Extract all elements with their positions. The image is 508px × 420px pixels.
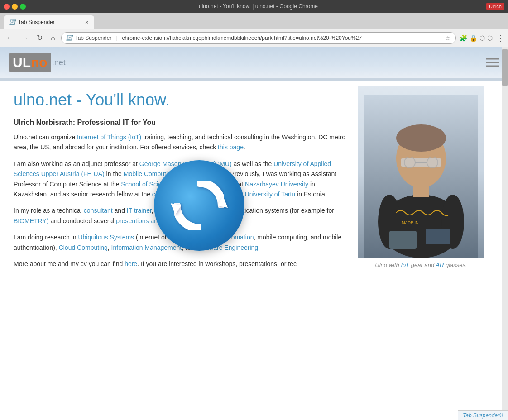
logo-dotnet: .net — [52, 58, 66, 67]
tab-suspender-favicon: 🔄 — [9, 19, 15, 25]
p4-mid4: , — [108, 244, 111, 251]
address-icons: ☆ — [445, 34, 451, 42]
site-menu-button[interactable] — [486, 58, 499, 67]
caption-text-before: Ulno with — [375, 262, 401, 268]
extension-icon-3[interactable]: ⬡ — [479, 34, 485, 42]
it-trainer-link[interactable]: IT trainer — [127, 207, 152, 214]
browser-addressbar: ← → ↻ ⌂ 🔄 Tab Suspender | chrome-extensi… — [0, 29, 508, 47]
address-bar[interactable]: 🔄 Tab Suspender | chrome-extension://fia… — [61, 32, 456, 44]
caption-text-after: glasses. — [444, 262, 467, 268]
p3-before: In my role as a technical — [14, 207, 84, 214]
p3-mid3: and conducted several — [49, 217, 116, 224]
consultant-link[interactable]: consultant — [84, 207, 113, 214]
caption-ar: AR — [436, 262, 444, 268]
reload-arrows-icon — [170, 176, 229, 235]
p5-mid: . If you are interested in workshops, pr… — [137, 260, 297, 267]
scrollbar-thumb[interactable] — [502, 49, 508, 86]
p3-mid1: and — [113, 207, 127, 214]
separator: | — [116, 35, 117, 41]
iot-link[interactable]: Internet of Things (IoT) — [77, 134, 141, 141]
active-tab[interactable]: 🔄 Tab Suspender × — [4, 15, 94, 29]
p1-text-before: Ulno.net can organize — [14, 134, 77, 141]
window-controls — [4, 4, 26, 10]
nazarbayev-link[interactable]: Nazarbayev University — [245, 181, 308, 188]
logo-block: UL no — [9, 53, 51, 72]
window-title: ulno.net - You'll know. | ulno.net - Goo… — [33, 3, 484, 10]
tab-label: Tab Suspender — [18, 19, 55, 25]
svg-rect-11 — [389, 231, 417, 249]
tab-suspender-overlay[interactable] — [154, 160, 244, 251]
back-button[interactable]: ← — [4, 33, 15, 43]
cv-here-link[interactable]: here — [125, 260, 137, 267]
bookmark-icon[interactable]: ☆ — [445, 34, 451, 42]
logo-ul-text: UL — [13, 55, 31, 70]
hamburger-line-1 — [486, 58, 499, 60]
caption-iot: IoT — [401, 262, 409, 268]
tab-close-button[interactable]: × — [85, 19, 89, 26]
maximize-window-button[interactable] — [20, 4, 26, 10]
browser-titlebar: ulno.net - You'll know. | ulno.net - Goo… — [0, 0, 508, 13]
browser-menu-button[interactable]: ⋮ — [496, 33, 504, 43]
spinner-circle[interactable] — [154, 160, 244, 251]
svg-rect-8 — [413, 183, 429, 197]
reload-button[interactable]: ↻ — [34, 33, 45, 43]
site-header: UL no .net — [0, 47, 508, 78]
biometry-link[interactable]: BIOMETRY) — [14, 217, 49, 224]
url-text: chrome-extension://fiabciakmcgepblmdkmem… — [122, 35, 442, 41]
ubiquitous-link[interactable]: Ubiquitous Systems — [78, 234, 134, 241]
this-page-link[interactable]: this page — [218, 143, 244, 151]
logo-accent: no — [31, 55, 48, 70]
svg-rect-12 — [426, 229, 450, 244]
extension-icon-4[interactable]: ⬡ — [487, 34, 493, 42]
extension-icon-2[interactable]: 🔒 — [470, 34, 477, 42]
scroll-indicator — [0, 78, 508, 81]
hamburger-icon[interactable] — [486, 58, 499, 67]
profile-image-svg: MADE IN — [364, 95, 478, 258]
minimize-window-button[interactable] — [12, 4, 18, 10]
p2-end: in Estonia. — [295, 191, 326, 198]
p5-before: More about me and my cv you can find — [14, 260, 125, 267]
tartu-link[interactable]: University of Tartu — [245, 191, 296, 198]
forward-button[interactable]: → — [19, 33, 31, 43]
svg-point-3 — [396, 124, 446, 152]
site-logo[interactable]: UL no .net — [9, 53, 66, 72]
p2-mid2: in the — [105, 170, 124, 177]
user-badge: Ulrich — [486, 3, 504, 10]
profile-photo: MADE IN — [358, 86, 484, 258]
hamburger-line-2 — [486, 62, 499, 63]
photo-area: MADE IN Ulno with IoT gear and AR glasse… — [358, 86, 484, 268]
browser-tabbar: 🔄 Tab Suspender × — [0, 13, 508, 29]
cloud-computing-link[interactable]: Cloud Computing — [59, 244, 108, 251]
page-wrapper: UL no .net — [0, 47, 508, 284]
p2-before: I am also working as an adjunct professo… — [14, 160, 139, 167]
svg-text:MADE IN: MADE IN — [402, 220, 419, 225]
tab-suspender-label: Tab Suspender — [75, 35, 112, 41]
home-button[interactable]: ⌂ — [48, 33, 58, 43]
caption-text-mid: gear and — [409, 262, 436, 268]
scrollbar[interactable] — [502, 47, 508, 284]
toolbar-icons: 🧩 🔒 ⬡ ⬡ — [460, 34, 493, 42]
p4-end: . — [258, 244, 260, 251]
tab-suspender-icon: 🔄 — [66, 35, 72, 41]
extension-icon-1[interactable]: 🧩 — [460, 34, 467, 42]
p4-before: I am doing research in — [14, 234, 78, 241]
photo-caption: Ulno with IoT gear and AR glasses. — [358, 262, 484, 268]
hamburger-line-3 — [486, 66, 499, 67]
close-window-button[interactable] — [4, 4, 10, 10]
site-main-content: MADE IN Ulno with IoT gear and AR glasse… — [0, 81, 498, 284]
p1-end: . — [244, 143, 245, 151]
